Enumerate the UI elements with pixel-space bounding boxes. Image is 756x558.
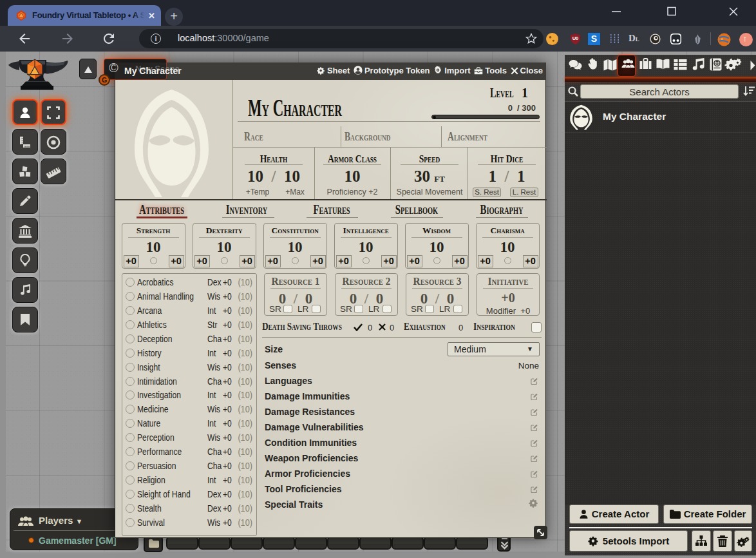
svg-text:U0: U0 xyxy=(572,35,579,41)
